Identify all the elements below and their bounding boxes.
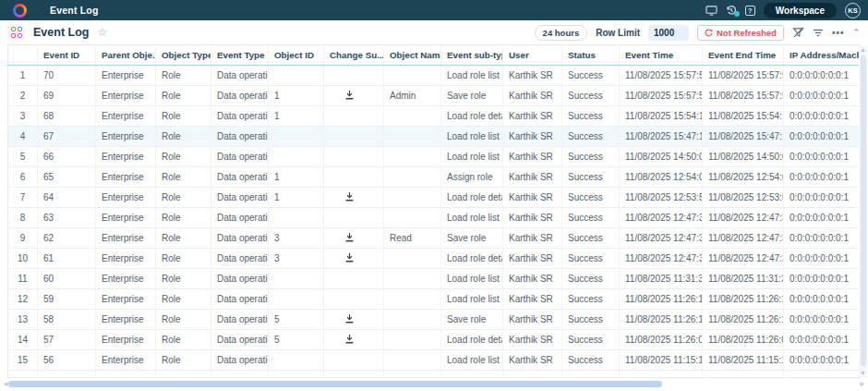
table-cell: Load role detail [441,106,503,127]
column-header[interactable]: Event Type [211,45,269,66]
table-cell: 11/08/2025 12:54:09 [703,167,784,188]
download-changes-icon[interactable] [344,334,355,344]
download-changes-icon[interactable] [344,191,355,202]
table-row[interactable]: 1556EnterpriseRoleData operationLoad rol… [8,350,861,371]
table-row[interactable]: 962EnterpriseRoleData operation3ReadSave… [8,228,861,249]
scroll-right-icon[interactable]: ► [859,380,866,388]
table-cell: Enterprise [96,310,156,330]
table-cell: Role [156,86,211,106]
column-header[interactable]: Event Time [620,45,703,66]
refresh-status-button[interactable]: Not Refreshed [697,25,784,41]
column-header[interactable]: Object Type [156,45,211,66]
table-cell: 0:0:0:0:0:0:0:1 [784,127,861,147]
row-number-cell: 2 [8,86,38,106]
table-cell: Karthik SR [503,188,562,208]
row-number-cell: 8 [8,208,38,228]
download-changes-icon[interactable] [344,232,355,242]
horizontal-scrollbar[interactable]: ◄ ► [2,380,866,388]
table-cell: 11/08/2025 15:47:17 [620,127,703,147]
column-header[interactable]: Event End Time [703,45,784,66]
table-cell: Admin [384,86,441,106]
table-cell: 0:0:0:0:0:0:0:1 [784,147,861,167]
table-row[interactable]: 1259EnterpriseRoleData operationLoad rol… [8,289,861,310]
table-cell: 11/08/2025 11:26:15 [620,310,703,330]
table-row[interactable]: 170EnterpriseRoleData operationLoad role… [8,66,861,86]
history-icon[interactable] [726,5,737,16]
column-header[interactable] [8,45,38,66]
table-row[interactable]: 665EnterpriseRoleData operation1Assign r… [8,167,861,188]
table-cell: Role [156,310,211,330]
download-changes-icon[interactable] [344,90,355,100]
table-cell: 0:0:0:0:0:0:0:1 [784,228,861,249]
scroll-down-icon[interactable]: ▼ [859,370,867,377]
table-row[interactable]: 566EnterpriseRoleData operationLoad role… [8,147,861,167]
toolbar: Event Log ☆ 24 hours Row Limit Not Refre… [0,20,868,44]
filter-lines-icon[interactable] [813,28,824,38]
column-header[interactable]: Object Name [384,45,441,66]
column-header[interactable]: Event sub-type [441,45,503,66]
table-cell: 66 [38,147,96,167]
table-cell [269,147,324,167]
table-cell: 1 [269,167,324,188]
table-row[interactable]: 764EnterpriseRoleData operation1Load rol… [8,188,861,208]
table-cell [384,269,441,289]
monitor-icon[interactable] [705,6,717,16]
table-row[interactable]: 1358EnterpriseRoleData operation5Save ro… [8,310,861,330]
table-cell: 57 [38,330,96,350]
column-header[interactable]: Parent Obje... [96,45,156,66]
table-row[interactable]: 467EnterpriseRoleData operationLoad role… [8,127,861,147]
table-cell: Read [384,228,441,249]
column-header[interactable]: Object ID [269,45,324,66]
favorite-star-icon[interactable]: ☆ [97,26,107,39]
scroll-up-icon[interactable]: ▲ [859,46,867,54]
table-cell: 0:0:0:0:0:0:0:1 [784,330,861,350]
table-cell [324,350,384,371]
table-row[interactable]: 1457EnterpriseRoleData operation5Load ro… [8,330,861,350]
table-cell: Success [562,147,620,167]
workspace-button[interactable]: Workspace [764,3,837,18]
table-cell: Karthik SR [503,167,562,188]
column-header[interactable]: Event ID [38,45,96,66]
table-cell: Karthik SR [503,127,562,147]
horizontal-scrollbar-thumb[interactable] [8,381,662,387]
time-range-selector[interactable]: 24 hours [535,25,588,41]
table-cell [324,188,384,208]
table-row[interactable]: 368EnterpriseRoleData operation1Load rol… [8,106,861,127]
table-cell: 61 [38,249,96,269]
table-cell [384,127,441,147]
table-cell: Data operation [211,106,269,127]
row-limit-input[interactable] [648,25,689,41]
collapse-icon[interactable]: ⌃ [852,28,860,37]
table-cell [384,66,441,86]
avatar[interactable]: KS [845,3,861,18]
download-changes-icon[interactable] [344,252,355,263]
column-header[interactable]: User [503,45,562,66]
table-row[interactable]: 863EnterpriseRoleData operationLoad role… [8,208,861,228]
vertical-scrollbar-thumb[interactable] [861,55,866,366]
more-options-button[interactable]: ••• [832,28,845,38]
table-cell: Enterprise [96,228,156,249]
column-header[interactable]: IP Address/Machine [784,45,861,66]
table-cell: 0:0:0:0:0:0:0:1 [784,289,861,310]
table-cell: Enterprise [96,66,156,86]
download-changes-icon[interactable] [344,313,355,324]
table-cell: Data operation [211,188,269,208]
vertical-scrollbar[interactable]: ▲ ▼ [859,46,867,377]
table-row[interactable]: 1061EnterpriseRoleData operation3Load ro… [8,249,861,269]
column-header[interactable]: Change Su... [324,45,384,66]
event-table-body: 170EnterpriseRoleData operationLoad role… [8,66,861,378]
table-cell: 11/08/2025 11:31:39 [620,269,703,289]
table-row[interactable]: 1160EnterpriseRoleData operationLoad rol… [8,269,861,289]
table-row[interactable]: 269EnterpriseRoleData operation1AdminSav… [8,86,861,106]
table-cell: 11/08/2025 12:47:30 [620,249,703,269]
notification-badge [734,11,740,17]
table-cell: 69 [38,86,96,106]
nav-tab-event-log[interactable]: Event Log [50,5,99,16]
navbar-actions: ? Workspace KS [705,3,862,18]
table-cell: Success [562,350,620,371]
filter-remove-icon[interactable] [792,27,804,38]
help-icon[interactable]: ? [745,6,755,16]
table-cell [324,127,384,147]
table-cell: 11/08/2025 15:57:56 [703,86,784,106]
column-header[interactable]: Status [562,45,620,66]
